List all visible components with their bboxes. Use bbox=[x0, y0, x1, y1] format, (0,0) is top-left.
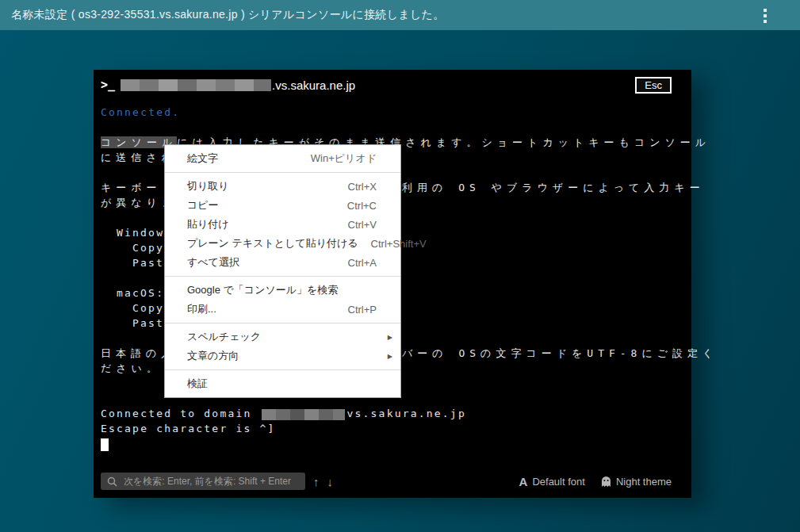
connected-status: Connected. bbox=[101, 106, 180, 118]
search-input[interactable] bbox=[122, 475, 299, 488]
default-font-button[interactable]: A Default font bbox=[519, 475, 585, 488]
hostname-suffix: .vs.sakura.ne.jp bbox=[272, 78, 355, 92]
menu-separator bbox=[165, 276, 400, 277]
terminal-prompt-icon: >_ bbox=[101, 78, 115, 92]
menu-item-select-all[interactable]: すべて選択Ctrl+A bbox=[165, 253, 400, 272]
page-background: >_ .vs.sakura.ne.jp Esc Connected. コンソール… bbox=[0, 30, 800, 532]
menu-separator bbox=[165, 369, 400, 370]
font-icon: A bbox=[519, 475, 528, 488]
menu-item-paste[interactable]: 貼り付けCtrl+V bbox=[165, 215, 400, 234]
submenu-arrow-icon: ▶ bbox=[388, 353, 392, 360]
terminal-titlebar: >_ .vs.sakura.ne.jp Esc bbox=[94, 70, 691, 100]
menu-separator bbox=[165, 172, 400, 173]
night-theme-button[interactable]: Night theme bbox=[601, 476, 672, 488]
find-next-icon[interactable]: ↓ bbox=[327, 476, 334, 488]
submenu-arrow-icon: ▶ bbox=[388, 334, 392, 341]
search-input-wrapper[interactable] bbox=[101, 473, 305, 490]
menu-item-spellcheck[interactable]: スペルチェック▶ bbox=[165, 327, 400, 346]
redacted-hostname bbox=[121, 79, 271, 91]
page-title: 名称未設定 ( os3-292-35531.vs.sakura.ne.jp ) … bbox=[11, 8, 444, 22]
ghost-icon bbox=[601, 476, 611, 488]
menu-item-emoji[interactable]: 絵文字Win+ピリオド bbox=[165, 149, 400, 168]
menu-item-search-google[interactable]: Google で「コンソール」を検索 bbox=[165, 281, 400, 300]
menu-item-text-direction[interactable]: 文章の方向▶ bbox=[165, 346, 400, 366]
menu-item-print[interactable]: 印刷...Ctrl+P bbox=[165, 300, 400, 319]
terminal-line: Connected to domainvs.sakura.ne.jp bbox=[101, 406, 691, 421]
terminal-line: Escape character is ^] bbox=[101, 421, 691, 436]
redacted-domain bbox=[262, 409, 345, 420]
terminal-cursor bbox=[101, 438, 109, 451]
terminal-line bbox=[101, 120, 691, 135]
menu-separator bbox=[165, 323, 400, 323]
esc-button[interactable]: Esc bbox=[635, 77, 672, 94]
menu-item-paste-plain[interactable]: プレーン テキストとして貼り付けるCtrl+Shift+V bbox=[165, 234, 400, 253]
menu-item-cut[interactable]: 切り取りCtrl+X bbox=[165, 177, 400, 196]
menu-item-copy[interactable]: コピーCtrl+C bbox=[165, 196, 400, 215]
browser-screen: 名称未設定 ( os3-292-35531.vs.sakura.ne.jp ) … bbox=[0, 0, 800, 532]
default-font-label: Default font bbox=[532, 476, 585, 488]
context-menu: 絵文字Win+ピリオド 切り取りCtrl+X コピーCtrl+C 貼り付けCtr… bbox=[164, 144, 401, 398]
search-icon bbox=[107, 477, 117, 487]
app-titlebar: 名称未設定 ( os3-292-35531.vs.sakura.ne.jp ) … bbox=[0, 0, 800, 30]
menu-item-inspect[interactable]: 検証 bbox=[165, 374, 400, 393]
kebab-menu-icon[interactable] bbox=[762, 7, 768, 25]
terminal-bottombar: ↑ ↓ A Default font Night theme bbox=[94, 469, 691, 498]
find-previous-icon[interactable]: ↑ bbox=[313, 476, 320, 488]
terminal-line bbox=[101, 436, 691, 451]
terminal-line: Connected. bbox=[101, 105, 691, 120]
night-theme-label: Night theme bbox=[616, 476, 672, 488]
